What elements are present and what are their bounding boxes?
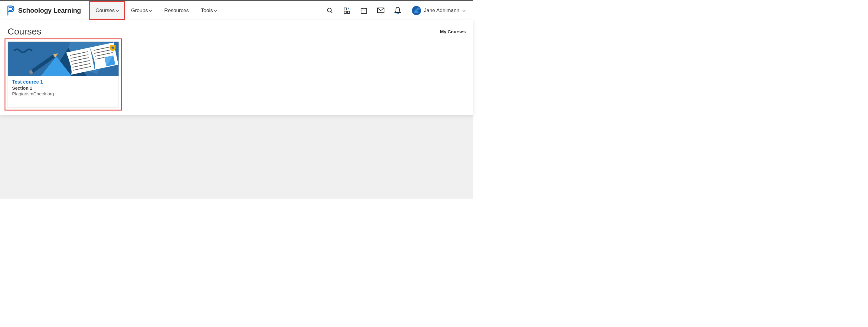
search-icon <box>327 7 333 14</box>
brand-name: Schoology Learning <box>18 7 81 15</box>
chevron-down-icon <box>116 9 119 12</box>
course-title: Test cource 1 <box>12 79 114 85</box>
nav-resources[interactable]: Resources <box>158 1 195 20</box>
header: Schoology Learning Courses Groups Resour… <box>0 1 473 20</box>
nav-tools-label: Tools <box>201 7 213 13</box>
brand-logo[interactable]: Schoology Learning <box>7 5 81 16</box>
nav-resources-label: Resources <box>164 7 189 13</box>
my-courses-link[interactable]: My Courses <box>440 29 466 34</box>
admin-badge-icon <box>110 44 116 52</box>
chevron-down-icon <box>149 9 152 12</box>
mail-icon <box>377 7 384 13</box>
apps-button[interactable] <box>343 7 351 15</box>
chevron-down-icon <box>214 9 217 12</box>
course-section: Section 1 <box>12 85 114 90</box>
svg-rect-5 <box>361 8 367 13</box>
avatar <box>412 6 421 15</box>
nav-courses[interactable]: Courses <box>90 1 125 20</box>
nav-courses-label: Courses <box>96 7 115 13</box>
calendar-icon <box>361 7 367 14</box>
header-right: Jane Adelmann <box>326 4 467 18</box>
calendar-button[interactable] <box>360 7 368 15</box>
notifications-button[interactable] <box>394 7 402 15</box>
apps-icon <box>344 7 350 14</box>
main-nav: Courses Groups Resources Tools <box>90 1 223 20</box>
nav-groups[interactable]: Groups <box>125 1 158 20</box>
svg-rect-12 <box>417 7 420 10</box>
course-grid: Test cource 1 Section 1 PlagiarismCheck.… <box>7 42 466 108</box>
course-school: PlagiarismCheck.org <box>12 91 114 96</box>
course-thumbnail <box>8 42 119 76</box>
logo-icon <box>7 5 15 16</box>
svg-rect-2 <box>344 7 346 10</box>
user-name: Jane Adelmann <box>424 7 459 13</box>
search-button[interactable] <box>326 7 334 15</box>
courses-dropdown: Courses My Courses <box>0 20 473 115</box>
course-info: Test cource 1 Section 1 PlagiarismCheck.… <box>8 76 119 107</box>
course-card[interactable]: Test cource 1 Section 1 PlagiarismCheck.… <box>7 42 119 108</box>
nav-groups-label: Groups <box>131 7 148 13</box>
svg-point-0 <box>328 8 332 12</box>
chevron-down-icon <box>462 9 465 12</box>
dropdown-title: Courses <box>7 26 41 37</box>
dropdown-header: Courses My Courses <box>7 26 466 37</box>
mail-button[interactable] <box>377 7 385 15</box>
svg-rect-4 <box>347 11 350 13</box>
bell-icon <box>394 7 401 15</box>
svg-line-1 <box>331 11 333 13</box>
svg-rect-3 <box>344 11 346 13</box>
nav-tools[interactable]: Tools <box>195 1 223 20</box>
user-menu[interactable]: Jane Adelmann <box>411 4 467 18</box>
